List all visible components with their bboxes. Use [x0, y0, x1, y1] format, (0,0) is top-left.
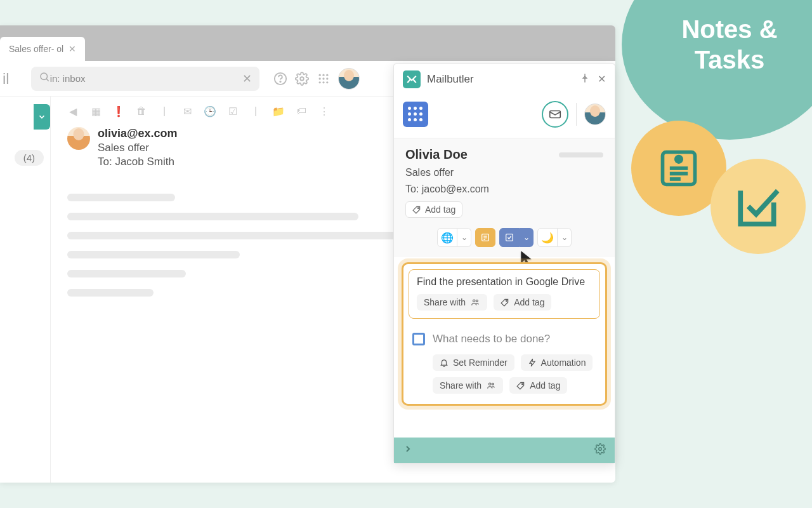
svg-point-1: [676, 157, 682, 163]
note-box[interactable]: Find the presentation in Google Drive Sh…: [409, 269, 600, 319]
svg-point-5: [41, 73, 48, 80]
email-to: To: Jacob Smith: [98, 156, 174, 168]
inbox-count-badge[interactable]: (4): [15, 150, 44, 166]
add-to-tasks-icon[interactable]: ☑: [227, 105, 239, 117]
help-icon[interactable]: [273, 72, 287, 86]
contact-subject: Sales offer: [405, 167, 603, 178]
panel-title: Mailbutler: [427, 73, 573, 86]
panel-header: Mailbutler ✕: [394, 64, 615, 95]
svg-point-12: [326, 74, 328, 76]
svg-point-33: [599, 448, 602, 451]
left-rail: (4): [0, 97, 51, 483]
svg-point-31: [492, 383, 494, 385]
svg-point-18: [326, 81, 328, 83]
add-tag-button[interactable]: Add tag: [405, 201, 462, 218]
contact-meta-placeholder: [559, 152, 603, 157]
svg-point-9: [300, 77, 304, 81]
svg-point-29: [506, 300, 508, 302]
svg-point-17: [322, 81, 324, 83]
close-tab-icon[interactable]: ✕: [69, 44, 76, 54]
task-input[interactable]: What needs to be done?: [433, 333, 550, 345]
snooze-dropdown[interactable]: ⌄: [558, 228, 572, 247]
panel-subheader: [394, 95, 615, 138]
task-box: What needs to be done? Set Reminder Auto…: [403, 324, 605, 404]
app-label-fragment: il: [3, 70, 10, 88]
compose-button[interactable]: [34, 104, 50, 130]
svg-rect-26: [506, 234, 513, 241]
snooze-action[interactable]: 🌙: [537, 228, 558, 247]
panel-footer: [394, 438, 615, 463]
search-box[interactable]: ✕: [31, 67, 259, 91]
action-row: 🌐⌄ ⌄ 🌙⌄: [405, 228, 603, 247]
apps-menu-button[interactable]: [403, 102, 428, 127]
svg-point-21: [417, 208, 419, 209]
tasks-action[interactable]: [499, 228, 520, 247]
set-reminder-button[interactable]: Set Reminder: [433, 354, 514, 371]
more-icon[interactable]: ⋮: [318, 105, 330, 117]
note-text[interactable]: Find the presentation in Google Drive: [417, 276, 592, 288]
svg-line-6: [46, 79, 48, 81]
back-icon[interactable]: ◀: [67, 105, 79, 117]
mailbutler-panel: Mailbutler ✕ Olivia Doe Sales offer To: …: [393, 64, 615, 464]
promo-blob: Notes & Tasks: [622, 0, 812, 140]
automation-button[interactable]: Automation: [521, 354, 593, 371]
svg-point-28: [476, 300, 478, 302]
settings-icon[interactable]: [594, 443, 606, 457]
browser-tab[interactable]: Sales offer- ol ✕: [0, 37, 85, 61]
panel-avatar[interactable]: [584, 104, 606, 125]
divider: |: [159, 105, 170, 117]
share-with-button[interactable]: Share with: [417, 294, 487, 311]
task-checkbox[interactable]: [412, 333, 425, 345]
notes-action[interactable]: [475, 228, 495, 247]
svg-point-30: [489, 383, 492, 385]
spam-icon[interactable]: ❗: [113, 105, 124, 117]
task-share-with-button[interactable]: Share with: [433, 377, 503, 394]
contact-to: To: jacob@ex.com: [405, 184, 603, 195]
contact-section: Olivia Doe Sales offer To: jacob@ex.com …: [394, 138, 615, 257]
tasks-dropdown[interactable]: ⌄: [520, 228, 534, 247]
tracking-action[interactable]: 🌐: [437, 228, 457, 247]
note-add-tag-button[interactable]: Add tag: [494, 294, 551, 311]
svg-point-10: [318, 74, 320, 76]
svg-point-8: [280, 81, 280, 81]
sender-avatar: [67, 127, 90, 150]
svg-point-15: [326, 77, 328, 79]
close-icon[interactable]: ✕: [598, 73, 606, 86]
svg-point-32: [522, 384, 523, 385]
tracking-dropdown[interactable]: ⌄: [457, 228, 471, 247]
add-tag-label: Add tag: [425, 204, 455, 215]
notes-tasks-card: Find the presentation in Google Drive Sh…: [402, 262, 607, 406]
mark-unread-icon[interactable]: ✉: [181, 105, 193, 117]
svg-point-13: [318, 77, 320, 79]
svg-point-11: [322, 74, 324, 76]
archive-icon[interactable]: ▦: [90, 105, 102, 117]
snooze-icon[interactable]: 🕒: [204, 105, 216, 117]
gear-icon[interactable]: [295, 72, 309, 86]
apps-grid-icon[interactable]: [317, 72, 331, 86]
tab-bar: Sales offer- ol ✕: [0, 25, 615, 61]
label-icon[interactable]: 🏷: [296, 105, 307, 117]
promo-line1: Notes &: [681, 14, 777, 44]
pin-icon[interactable]: [580, 73, 590, 86]
task-add-tag-button[interactable]: Add tag: [509, 377, 567, 394]
user-avatar[interactable]: [338, 68, 360, 90]
promo-task-icon-blob: [710, 159, 806, 254]
search-input[interactable]: [50, 73, 242, 84]
mailbutler-logo: [403, 70, 421, 88]
compose-mail-icon[interactable]: [542, 101, 568, 128]
delete-icon[interactable]: 🗑: [136, 105, 147, 117]
search-icon: [39, 71, 50, 86]
promo-line2: Tasks: [695, 44, 764, 75]
divider: [576, 103, 577, 126]
svg-point-14: [322, 77, 324, 79]
contact-name: Olivia Doe: [405, 147, 468, 162]
expand-icon[interactable]: [403, 444, 413, 457]
move-icon[interactable]: 📁: [273, 105, 284, 117]
tab-title: Sales offer- ol: [9, 44, 63, 54]
svg-point-16: [318, 81, 320, 83]
svg-point-27: [473, 300, 476, 302]
divider: |: [250, 105, 261, 117]
clear-search-icon[interactable]: ✕: [242, 72, 252, 86]
